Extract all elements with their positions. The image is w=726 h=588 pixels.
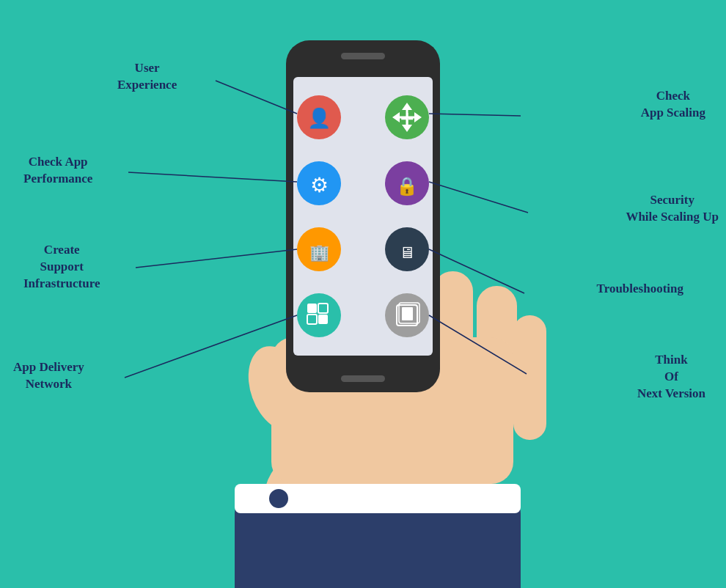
svg-marker-21 bbox=[402, 125, 412, 132]
svg-rect-40 bbox=[402, 307, 413, 320]
svg-line-47 bbox=[429, 249, 524, 293]
label-create-support: CreateSupportInfrastructure bbox=[23, 242, 100, 293]
svg-rect-13 bbox=[341, 375, 385, 382]
svg-marker-20 bbox=[402, 103, 412, 110]
svg-point-32 bbox=[297, 293, 341, 337]
svg-rect-36 bbox=[318, 315, 328, 324]
svg-line-41 bbox=[216, 81, 297, 114]
svg-line-46 bbox=[429, 182, 528, 213]
svg-point-37 bbox=[385, 293, 429, 337]
svg-rect-35 bbox=[307, 315, 317, 324]
svg-rect-6 bbox=[271, 337, 513, 484]
svg-point-24 bbox=[297, 161, 341, 205]
svg-line-43 bbox=[136, 249, 297, 268]
svg-point-9 bbox=[268, 488, 289, 509]
svg-marker-23 bbox=[414, 112, 422, 122]
svg-point-5 bbox=[238, 338, 320, 440]
svg-rect-4 bbox=[513, 315, 546, 440]
svg-rect-1 bbox=[389, 286, 429, 433]
svg-point-14 bbox=[297, 95, 341, 139]
svg-point-0 bbox=[264, 433, 455, 565]
label-check-scaling: CheckApp Scaling bbox=[641, 88, 705, 122]
label-security: SecurityWhile Scaling Up bbox=[626, 192, 719, 226]
svg-marker-22 bbox=[392, 112, 400, 122]
svg-rect-3 bbox=[477, 286, 517, 433]
svg-point-28 bbox=[297, 227, 341, 271]
svg-rect-8 bbox=[235, 484, 521, 513]
svg-text:👤: 👤 bbox=[307, 106, 331, 130]
svg-text:🏢: 🏢 bbox=[309, 243, 330, 262]
svg-rect-2 bbox=[433, 271, 473, 433]
svg-rect-7 bbox=[235, 499, 521, 588]
label-think-next-version: ThinkOfNext Version bbox=[637, 352, 705, 403]
svg-text:⚙: ⚙ bbox=[310, 174, 329, 196]
svg-rect-10 bbox=[286, 40, 440, 392]
svg-rect-11 bbox=[293, 77, 433, 356]
svg-rect-38 bbox=[397, 305, 417, 326]
svg-line-48 bbox=[429, 315, 527, 374]
svg-rect-33 bbox=[307, 304, 317, 313]
label-troubleshooting: Troubleshooting bbox=[597, 281, 683, 298]
svg-point-30 bbox=[385, 227, 429, 271]
label-app-delivery: App DeliveryNetwork bbox=[13, 359, 84, 393]
svg-line-45 bbox=[429, 114, 521, 116]
svg-text:✛: ✛ bbox=[400, 110, 414, 128]
svg-point-16 bbox=[385, 95, 429, 139]
label-user-experience: UserExperience bbox=[117, 60, 177, 94]
svg-text:🔒: 🔒 bbox=[396, 175, 418, 196]
svg-line-44 bbox=[125, 315, 297, 378]
svg-point-26 bbox=[385, 161, 429, 205]
svg-rect-34 bbox=[318, 304, 328, 313]
svg-rect-39 bbox=[399, 303, 419, 323]
svg-line-42 bbox=[128, 172, 297, 182]
label-check-performance: Check AppPerformance bbox=[23, 154, 92, 188]
svg-text:🖥: 🖥 bbox=[399, 243, 415, 262]
svg-rect-12 bbox=[341, 53, 385, 59]
